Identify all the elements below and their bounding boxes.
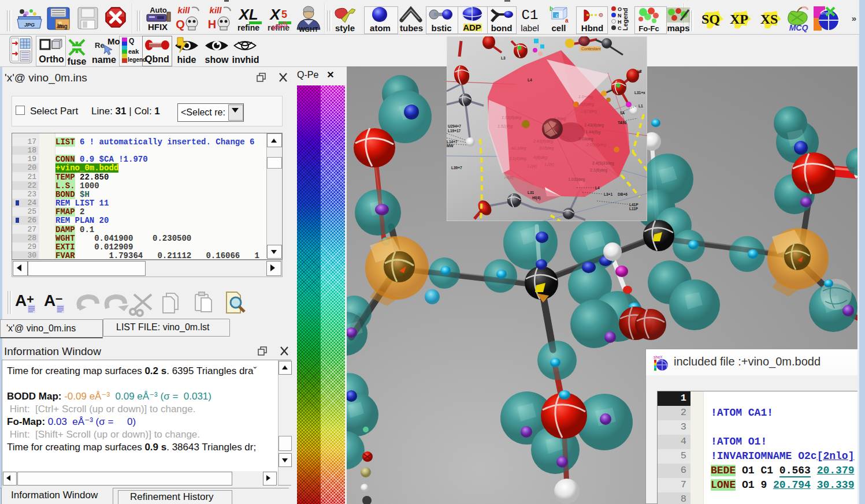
svg-text:+: + [27,292,34,307]
svg-text:atom: atom [370,23,391,33]
svg-text:L11P: L11P [629,207,638,211]
svg-text:U294+7: U294+7 [448,124,461,128]
svg-text:a2.1deg: a2.1deg [511,146,526,151]
svg-text:L19+17: L19+17 [448,129,461,133]
svg-text:3.05deg: 3.05deg [539,146,554,151]
svg-text:DB+6: DB+6 [618,192,628,196]
svg-text:C1: C1 [522,8,539,23]
svg-text:MCQ: MCQ [789,23,808,32]
svg-text:maps: maps [667,23,689,33]
svg-text:Mo: Mo [107,36,120,46]
svg-text:1.52(4)g: 1.52(4)g [498,124,513,129]
svg-text:L31+x: L31+x [634,91,645,95]
svg-text:Legend: Legend [622,8,629,31]
svg-text:hide: hide [177,55,196,65]
svg-text:fuse: fuse [68,57,87,66]
svg-text:L3(7)deg: L3(7)deg [581,109,597,114]
svg-text:2.4(3)33deg: 2.4(3)33deg [592,161,614,166]
svg-text:Contestant: Contestant [581,47,601,51]
svg-text:she: she [654,355,660,359]
svg-text:L4: L4 [528,78,532,82]
svg-text:L39+7: L39+7 [451,166,462,170]
svg-text:Q: Q [129,37,134,45]
svg-text:X: X [660,355,663,359]
svg-text:L14+7: L14+7 [447,140,458,144]
svg-text:1.44(8)g: 1.44(8)g [585,130,600,135]
svg-text:L31: L31 [528,191,534,195]
svg-text:3.1(4)deg: 3.1(4)deg [509,156,526,161]
svg-text:MW: MW [447,144,454,148]
svg-text:L2: L2 [637,69,642,73]
svg-text:2.1(6)deg: 2.1(6)deg [590,168,607,173]
svg-text:c: c [556,13,559,18]
svg-text:invhid: invhid [232,55,259,65]
svg-text:4(8)deg: 4(8)deg [533,155,547,160]
svg-text:C: C [618,25,622,31]
svg-text:bond: bond [491,23,513,33]
svg-text:legend: legend [128,57,146,63]
svg-text:style: style [335,23,355,33]
svg-text:name: name [92,55,116,65]
svg-text:1.9deg: 1.9deg [554,117,566,121]
svg-text:1.0+deg: 1.0+deg [578,95,593,99]
svg-text:L3: L3 [501,56,506,60]
svg-text:SQ: SQ [701,12,720,27]
svg-text:3.03deg: 3.03deg [578,137,593,141]
svg-text:Fo-Fc: Fo-Fc [638,24,659,33]
svg-text:O: O [618,6,622,12]
svg-text:2.43(8)deg: 2.43(8)deg [584,123,604,128]
svg-text:L3+1: L3+1 [604,192,612,196]
svg-text:Re: Re [95,41,105,50]
svg-text:shelX: shelX [821,10,833,16]
svg-text:L41P: L41P [629,203,638,207]
svg-text:cell: cell [551,23,566,33]
svg-text:tubes: tubes [400,23,423,33]
svg-text:1.3(8)deg: 1.3(8)deg [577,102,594,107]
svg-text:L2(v): L2(v) [528,164,537,169]
svg-text:2.43(8)deg: 2.43(8)deg [533,139,553,144]
svg-text:1.03(8)deg: 1.03(8)deg [502,115,521,120]
svg-text:L2(x): L2(x) [545,162,554,167]
svg-text:L1: L1 [638,104,643,108]
svg-text:–: – [55,291,62,305]
svg-text:XP: XP [730,12,748,27]
svg-text:1.033deg: 1.033deg [568,177,585,182]
svg-text:Ortho: Ortho [39,54,64,64]
svg-text:eak: eak [128,48,139,55]
svg-text:ADP: ADP [463,23,481,32]
svg-text:XS: XS [760,12,778,27]
svg-text:L4: L4 [595,186,600,190]
svg-text:A: A [15,292,27,309]
svg-text:bstic: bstic [431,23,451,33]
svg-text:Qbnd: Qbnd [145,54,169,64]
svg-text:H: H [618,19,622,25]
svg-text:»: » [852,13,856,23]
svg-text:label: label [521,23,539,33]
svg-text:Hbnd: Hbnd [581,23,603,33]
svg-text:A: A [44,292,55,309]
svg-text:show: show [205,55,229,65]
svg-text:2.05(4)deg: 2.05(4)deg [586,143,606,147]
svg-text:HI(8): HI(8) [504,176,514,180]
svg-text:N: N [618,13,622,18]
svg-text:HI(4): HI(4) [532,196,540,200]
